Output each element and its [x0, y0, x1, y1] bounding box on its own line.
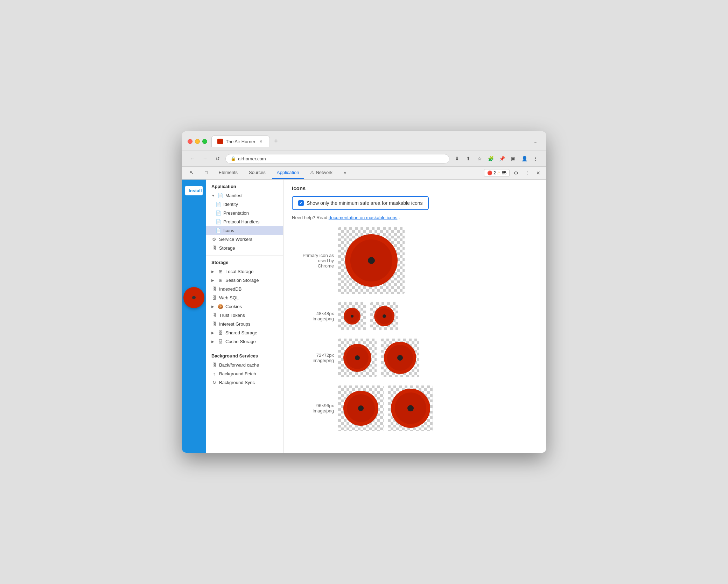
tab-elements[interactable]: Elements: [214, 167, 243, 179]
background-fetch-item[interactable]: ↕ Background Fetch: [206, 369, 283, 378]
primary-icon-row: Primary icon as used by Chrome: [292, 227, 538, 294]
icons-grid: Primary icon as used by Chrome: [292, 227, 538, 431]
trust-tokens-item[interactable]: 🗄 Trust Tokens: [206, 311, 283, 320]
cookies-label: Cookies: [225, 304, 242, 309]
forward-button[interactable]: →: [200, 154, 210, 164]
local-storage-item[interactable]: ▶ ⊞ Local Storage: [206, 267, 283, 276]
more-options-icon[interactable]: ⋮: [531, 154, 540, 164]
storage-menu-label: Storage: [219, 245, 235, 251]
icon-72-preview-group: [338, 339, 419, 377]
indexeddb-label: IndexedDB: [219, 286, 241, 292]
session-storage-item[interactable]: ▶ ⊞ Session Storage: [206, 276, 283, 285]
presentation-item[interactable]: 📄 Presentation: [206, 209, 283, 217]
websql-item[interactable]: 🗄 Web SQL: [206, 293, 283, 302]
service-workers-item[interactable]: ⚙ Service Workers: [206, 235, 283, 244]
maximize-traffic-light[interactable]: [202, 139, 207, 144]
icons-icon: 📄: [216, 228, 221, 233]
identity-icon: 📄: [216, 202, 221, 207]
icon-48-label: 48×48px image/png: [292, 311, 334, 321]
shared-storage-label: Shared Storage: [225, 330, 257, 335]
main-panel: Icons ✓ Show only the minimum safe area …: [284, 180, 546, 453]
protocol-handlers-item[interactable]: 📄 Protocol Handlers: [206, 217, 283, 226]
interest-groups-icon: 🗄: [211, 321, 217, 327]
tab-bar: The Air Horner ✕ +: [211, 135, 281, 147]
session-storage-label: Session Storage: [225, 278, 259, 283]
icon-72-preview-1: [338, 339, 377, 377]
cookies-item[interactable]: ▶ 🍪 Cookies: [206, 302, 283, 311]
svg-point-14: [397, 355, 403, 361]
cookies-arrow: ▶: [211, 305, 216, 308]
extensions-icon[interactable]: 🧩: [486, 154, 496, 164]
new-tab-button[interactable]: +: [271, 137, 281, 146]
tab-favicon: [217, 139, 223, 144]
main-content: Install Application ▼ 📄 Manifest 📄 Ident: [182, 180, 546, 453]
devtools-more-icon[interactable]: ⋮: [522, 168, 532, 178]
local-storage-icon: ⊞: [218, 269, 223, 274]
address-input[interactable]: 🔒 airhorner.com: [225, 154, 449, 164]
primary-icon-preview-large: [338, 227, 405, 294]
tab-sources[interactable]: Sources: [244, 167, 271, 179]
indexeddb-item[interactable]: 🗄 IndexedDB: [206, 285, 283, 293]
primary-icon-preview-group: [338, 227, 405, 294]
tab-close-button[interactable]: ✕: [258, 139, 264, 144]
documentation-link[interactable]: documentation on maskable icons: [329, 215, 398, 220]
websql-label: Web SQL: [219, 295, 239, 300]
icon-96-preview-1: [338, 385, 384, 431]
back-button[interactable]: ←: [188, 154, 197, 164]
devtools-device-tool[interactable]: □: [200, 167, 212, 179]
bookmark-icon[interactable]: ☆: [475, 154, 484, 164]
storage-section: Storage ▶ ⊞ Local Storage ▶ ⊞ Session St…: [206, 256, 283, 349]
error-count: 2: [493, 171, 496, 175]
background-sync-label: Background Sync: [219, 380, 255, 385]
icon-48-preview-group: [338, 302, 398, 330]
icons-item[interactable]: 📄 Icons: [206, 226, 283, 235]
warning-icon-badge: ⚠: [497, 171, 501, 175]
active-tab[interactable]: The Air Horner ✕: [211, 135, 270, 147]
icon-96-preview-group: [338, 385, 433, 431]
service-workers-icon: ⚙: [211, 237, 217, 242]
maskable-icons-checkbox-container[interactable]: ✓ Show only the minimum safe area for ma…: [292, 196, 429, 210]
interest-groups-item[interactable]: 🗄 Interest Groups: [206, 320, 283, 328]
icon-96-row: 96×96px image/png: [292, 385, 538, 431]
manifest-arrow: ▼: [211, 194, 216, 197]
back-forward-cache-item[interactable]: 🗄 Back/forward cache: [206, 361, 283, 369]
background-services-header: Background Services: [206, 353, 283, 361]
primary-icon-label: Primary icon as used by Chrome: [292, 253, 334, 269]
manifest-item[interactable]: ▼ 📄 Manifest: [206, 191, 283, 200]
presentation-label: Presentation: [223, 210, 249, 216]
pin-icon[interactable]: 📌: [497, 154, 507, 164]
sidebar-toggle-icon[interactable]: ▣: [508, 154, 518, 164]
storage-menu-item[interactable]: 🗄 Storage: [206, 244, 283, 252]
download-icon[interactable]: ⬇: [452, 154, 462, 164]
background-services-section: Background Services 🗄 Back/forward cache…: [206, 349, 283, 390]
help-text-before: Need help? Read: [292, 215, 329, 220]
error-badge[interactable]: 🔴 2 ⚠ 85: [484, 169, 510, 177]
refresh-button[interactable]: ↺: [213, 154, 223, 164]
identity-item[interactable]: 📄 Identity: [206, 200, 283, 209]
warning-count: 85: [502, 171, 506, 175]
minimize-traffic-light[interactable]: [195, 139, 200, 144]
cookies-icon: 🍪: [218, 304, 223, 309]
share-icon[interactable]: ⬆: [463, 154, 473, 164]
devtools-settings-icon[interactable]: ⚙: [511, 168, 521, 178]
close-traffic-light[interactable]: [188, 139, 192, 144]
cache-storage-item[interactable]: ▶ 🗄 Cache Storage: [206, 337, 283, 346]
background-sync-item[interactable]: ↻ Background Sync: [206, 378, 283, 387]
more-tabs-button[interactable]: »: [339, 167, 351, 179]
websql-icon: 🗄: [211, 295, 217, 300]
indexeddb-icon: 🗄: [211, 286, 217, 292]
profile-icon[interactable]: 👤: [519, 154, 529, 164]
application-section-header: Application: [206, 183, 283, 191]
shared-storage-item[interactable]: ▶ 🗄 Shared Storage: [206, 328, 283, 337]
window-chevron[interactable]: ⌄: [533, 139, 540, 144]
devtools-cursor-tool[interactable]: ↖: [185, 167, 198, 179]
tab-application[interactable]: Application: [272, 167, 304, 179]
install-button[interactable]: Install: [184, 185, 203, 196]
devtools-actions: 🔴 2 ⚠ 85 ⚙ ⋮ ✕: [484, 168, 543, 178]
checkbox[interactable]: ✓: [298, 200, 304, 206]
tab-network[interactable]: ⚠ Network: [305, 167, 337, 179]
icon-72-row: 72×72px image/png: [292, 339, 538, 377]
icon-96-preview-2: [388, 385, 433, 431]
tree-panel: Application ▼ 📄 Manifest 📄 Identity 📄 Pr…: [206, 180, 284, 453]
devtools-close-icon[interactable]: ✕: [533, 168, 543, 178]
